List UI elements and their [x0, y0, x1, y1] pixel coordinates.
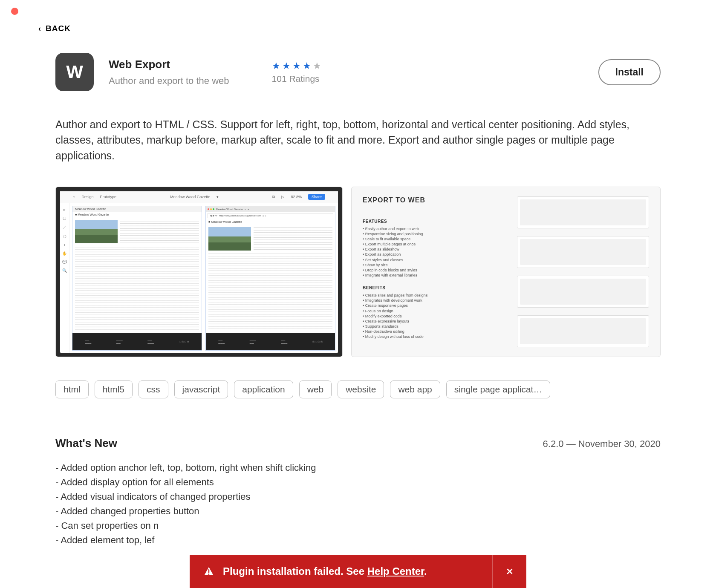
- back-label: BACK: [46, 24, 71, 33]
- tag[interactable]: web: [299, 380, 332, 398]
- rating-block: ★★★★★ 101 Ratings: [272, 61, 323, 84]
- chevron-left-icon: ‹: [38, 25, 41, 32]
- mini-preview: [517, 315, 649, 347]
- install-button[interactable]: Install: [598, 59, 661, 85]
- rating-stars: ★★★★★: [272, 61, 323, 72]
- mini-preview: [517, 276, 649, 308]
- tag-list: html html5 css javascript application we…: [38, 380, 678, 398]
- mini-preview: [517, 196, 649, 228]
- plugin-subtitle: Author and export to the web: [109, 75, 229, 86]
- plugin-description: Author and export to HTML / CSS. Support…: [38, 117, 678, 163]
- tag[interactable]: website: [338, 380, 384, 398]
- window-close-button[interactable]: [11, 8, 18, 15]
- plugin-title: Web Export: [109, 58, 229, 71]
- tag[interactable]: single page applicat…: [446, 380, 551, 398]
- toast-close-button[interactable]: [492, 555, 526, 588]
- tag[interactable]: application: [234, 380, 293, 398]
- whats-new-title: What's New: [55, 437, 117, 450]
- tag[interactable]: javascript: [174, 380, 228, 398]
- features-list: • Easily author and export to web • Resp…: [363, 226, 508, 278]
- tag[interactable]: css: [139, 380, 168, 398]
- tag[interactable]: html: [55, 380, 89, 398]
- tag[interactable]: web app: [390, 380, 440, 398]
- plugin-icon: W: [55, 53, 94, 91]
- rating-count: 101 Ratings: [272, 74, 323, 84]
- error-toast: Plugin installation failed. See Help Cen…: [190, 555, 526, 588]
- version-date: 6.2.0 — November 30, 2020: [543, 438, 661, 450]
- toast-message: Plugin installation failed. See Help Cen…: [223, 565, 427, 577]
- screenshot-2[interactable]: EXPORT TO WEB FEATURES • Easily author a…: [351, 187, 661, 357]
- warning-icon: [202, 565, 215, 578]
- close-icon: [506, 568, 514, 575]
- back-button[interactable]: ‹ BACK: [38, 24, 71, 33]
- benefits-list: • Create sites and pages from designs • …: [363, 293, 508, 339]
- tag[interactable]: html5: [95, 380, 133, 398]
- changelog: - Added option anchor left, top, bottom,…: [55, 461, 661, 548]
- mini-preview: [517, 236, 649, 268]
- screenshot-1[interactable]: ⌂ Design Prototype Meadow Wood Gazette ▾…: [55, 187, 343, 357]
- help-center-link[interactable]: Help Center: [367, 565, 424, 577]
